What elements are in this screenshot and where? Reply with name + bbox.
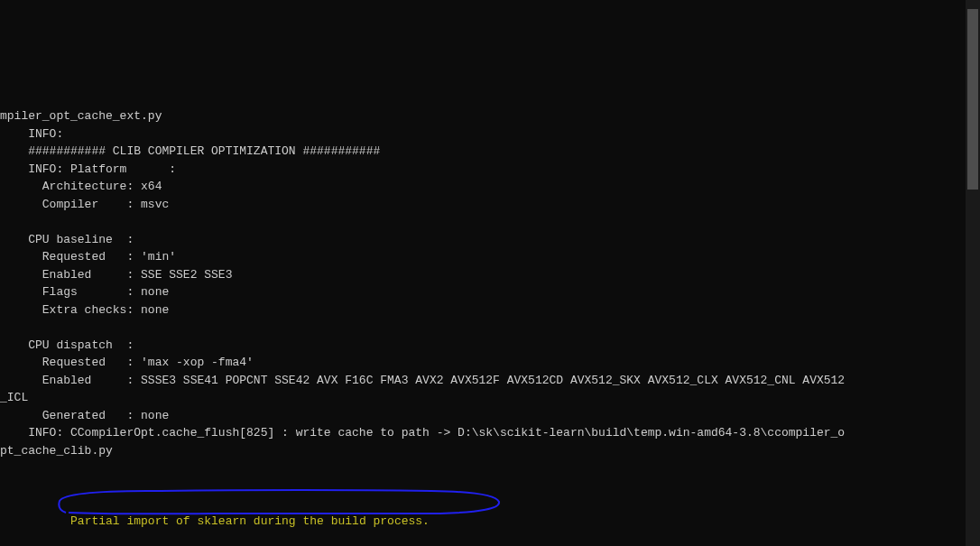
scrollbar-vertical[interactable]	[966, 0, 980, 546]
terminal-line: mpiler_opt_cache_ext.py	[0, 107, 980, 125]
terminal-output[interactable]: mpiler_opt_cache_ext.py INFO: ##########…	[0, 70, 980, 546]
terminal-line: CPU baseline :	[0, 231, 980, 249]
terminal-line	[0, 319, 980, 337]
terminal-line: INFO:	[0, 125, 980, 143]
scroll-thumb[interactable]	[967, 9, 978, 190]
terminal-line: ########### CLIB COMPILER OPTIMIZATION #…	[0, 143, 980, 161]
terminal-line: CPU dispatch :	[0, 337, 980, 355]
output-lines-before: mpiler_opt_cache_ext.py INFO: ##########…	[0, 107, 980, 459]
terminal-line: Enabled : SSSE3 SSE41 POPCNT SSE42 AVX F…	[0, 372, 980, 390]
annotation-circle	[11, 471, 462, 500]
terminal-line: pt_cache_clib.py	[0, 442, 980, 460]
terminal-line: Compiler : msvc	[0, 196, 980, 214]
terminal-line	[0, 213, 980, 231]
terminal-line: Requested : 'min'	[0, 248, 980, 266]
terminal-line: Architecture: x64	[0, 178, 980, 196]
terminal-line: Extra checks: none	[0, 301, 980, 319]
terminal-line: _ICL	[0, 389, 980, 407]
terminal-line: Requested : 'max -xop -fma4'	[0, 354, 980, 372]
highlighted-line: Partial import of sklearn during the bui…	[42, 514, 430, 528]
terminal-line: Flags : none	[0, 283, 980, 301]
terminal-line: INFO: CCompilerOpt.cache_flush[825] : wr…	[0, 424, 980, 442]
terminal-line: Enabled : SSE SSE2 SSE3	[0, 266, 980, 284]
terminal-line: Generated : none	[0, 407, 980, 425]
terminal-line: INFO: Platform :	[0, 161, 980, 179]
highlighted-line-container: Partial import of sklearn during the bui…	[14, 477, 430, 547]
